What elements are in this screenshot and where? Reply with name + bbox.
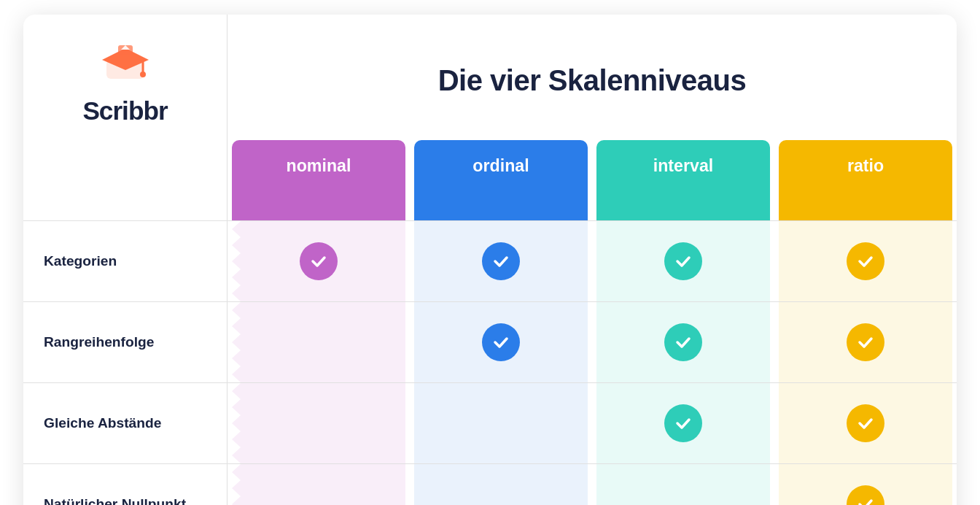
scribbr-logo-icon — [99, 38, 152, 90]
title-area: Die vier Skalenniveaus — [228, 44, 957, 112]
cell-nullpunkt-ordinal — [414, 464, 588, 505]
check-nominal — [300, 242, 338, 280]
column-headers: nominal ordinal interval ratio — [23, 140, 957, 220]
logo-area: Scribbr — [23, 15, 228, 140]
col-header-ratio: ratio — [779, 140, 952, 220]
cell-gleiche-interval — [596, 383, 770, 463]
cell-nullpunkt-nominal — [232, 464, 405, 505]
check-interval-2 — [664, 323, 702, 361]
cell-rangreihenfolge-ratio — [779, 302, 952, 382]
row-rangreihenfolge: Rangreihenfolge — [23, 301, 957, 382]
col-header-interval: interval — [596, 140, 770, 220]
empty-header-cell — [23, 140, 228, 220]
check-ratio-3 — [847, 404, 884, 442]
row-natuerlicher-nullpunkt: Natürlicher Nullpunkt — [23, 463, 957, 505]
check-ratio-2 — [847, 323, 884, 361]
logo-text: Scribbr — [82, 96, 167, 126]
row-label-rangreihenfolge: Rangreihenfolge — [23, 302, 228, 382]
cell-gleiche-nominal — [232, 383, 405, 463]
cell-rangreihenfolge-nominal — [232, 302, 405, 382]
card: Scribbr Die vier Skalenniveaus nominal o… — [23, 15, 957, 505]
col-header-ordinal: ordinal — [414, 140, 588, 220]
row-label-natuerlicher-nullpunkt: Natürlicher Nullpunkt — [23, 464, 228, 505]
check-interval — [664, 242, 702, 280]
cell-kategorien-ordinal — [414, 221, 588, 301]
check-interval-3 — [664, 404, 702, 442]
check-ordinal-2 — [482, 323, 520, 361]
row-label-gleiche-abstaende: Gleiche Abstände — [23, 383, 228, 463]
row-label-kategorien: Kategorien — [23, 221, 228, 301]
cell-gleiche-ratio — [779, 383, 952, 463]
check-ratio — [847, 242, 884, 280]
cell-nullpunkt-interval — [596, 464, 770, 505]
header: Scribbr Die vier Skalenniveaus — [23, 15, 957, 140]
cell-nullpunkt-ratio — [779, 464, 952, 505]
cell-gleiche-ordinal — [414, 383, 588, 463]
cell-rangreihenfolge-ordinal — [414, 302, 588, 382]
svg-point-4 — [140, 72, 146, 77]
cell-rangreihenfolge-interval — [596, 302, 770, 382]
check-ordinal — [482, 242, 520, 280]
row-kategorien: Kategorien — [23, 220, 957, 301]
cell-kategorien-interval — [596, 221, 770, 301]
cell-kategorien-ratio — [779, 221, 952, 301]
row-gleiche-abstaende: Gleiche Abstände — [23, 382, 957, 463]
main-title: Die vier Skalenniveaus — [242, 64, 942, 97]
cell-kategorien-nominal — [232, 221, 405, 301]
check-ratio-4 — [847, 485, 884, 505]
col-header-nominal: nominal — [232, 140, 405, 220]
